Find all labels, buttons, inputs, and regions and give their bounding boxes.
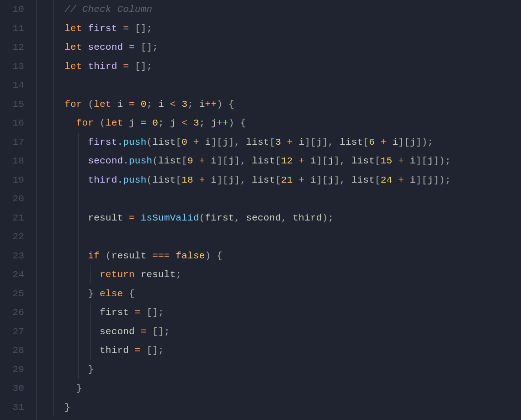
token-punct: } bbox=[76, 383, 82, 394]
indent bbox=[41, 80, 64, 90]
token-op: + bbox=[398, 156, 404, 166]
indent-guide bbox=[78, 265, 79, 284]
token-num: 0 bbox=[141, 99, 147, 110]
token-punct: [ bbox=[363, 137, 369, 147]
code-line[interactable]: second = []; bbox=[41, 322, 451, 341]
code-editor[interactable]: 1011121314151617181920212223242526272829… bbox=[0, 0, 521, 420]
token-num: 0 bbox=[152, 118, 158, 128]
token-punct: [] bbox=[146, 326, 164, 337]
token-identu: list bbox=[252, 175, 275, 185]
token-punct: ) { bbox=[205, 251, 223, 261]
token-identu: result bbox=[112, 251, 147, 261]
token-punct bbox=[392, 175, 398, 185]
token-comment: // Check Column bbox=[64, 4, 152, 15]
code-area[interactable]: // Check Column let first = []; let seco… bbox=[37, 0, 451, 420]
token-punct bbox=[187, 137, 193, 147]
token-punct: [ bbox=[269, 137, 275, 147]
indent-guide bbox=[66, 360, 66, 379]
indent-guide bbox=[53, 57, 54, 76]
token-punct bbox=[293, 175, 299, 185]
indent-guide bbox=[78, 341, 79, 360]
token-punct: ], bbox=[334, 175, 351, 185]
token-identu: j bbox=[328, 156, 334, 166]
code-line[interactable]: let third = []; bbox=[41, 57, 451, 76]
token-keyword: for bbox=[64, 99, 82, 110]
line-number: 22 bbox=[0, 227, 24, 247]
code-line[interactable]: first = []; bbox=[41, 303, 451, 322]
code-line[interactable] bbox=[41, 76, 451, 95]
line-number: 25 bbox=[0, 284, 24, 304]
line-number: 17 bbox=[0, 133, 24, 152]
indent-guide bbox=[78, 133, 79, 152]
indent-guide bbox=[66, 322, 66, 341]
token-identu: j bbox=[223, 137, 229, 147]
token-num: 0 bbox=[181, 137, 187, 147]
token-identu: list bbox=[246, 137, 269, 147]
token-punct bbox=[123, 42, 129, 52]
indent bbox=[41, 364, 88, 375]
token-punct: ) { bbox=[217, 99, 234, 110]
indent-guide bbox=[66, 209, 66, 228]
code-line[interactable]: // Check Column bbox=[41, 0, 451, 19]
code-line[interactable]: let second = []; bbox=[41, 38, 451, 57]
indent-guide bbox=[53, 209, 54, 228]
token-num: 24 bbox=[381, 175, 393, 185]
code-line[interactable]: first.push(list[0 + i][j], list[3 + i][j… bbox=[41, 133, 451, 152]
line-number: 19 bbox=[0, 171, 24, 190]
line-number: 20 bbox=[0, 189, 24, 209]
token-punct: ]); bbox=[433, 156, 451, 166]
token-punct bbox=[170, 251, 176, 261]
indent-guide bbox=[53, 398, 54, 417]
code-line[interactable]: return result; bbox=[41, 265, 451, 284]
indent bbox=[41, 137, 88, 147]
token-punct: ][ bbox=[217, 156, 229, 166]
token-punct: ], bbox=[334, 156, 351, 166]
code-line[interactable]: } bbox=[41, 398, 451, 417]
token-op: = bbox=[141, 118, 147, 128]
token-punct: ], bbox=[234, 175, 252, 185]
indent-guide bbox=[66, 341, 66, 360]
token-identu: j bbox=[328, 175, 334, 185]
token-punct bbox=[304, 175, 310, 185]
token-ident: third bbox=[88, 175, 117, 185]
code-line[interactable] bbox=[41, 189, 451, 209]
code-line[interactable]: if (result === false) { bbox=[41, 247, 451, 266]
token-punct bbox=[146, 118, 152, 128]
line-number: 30 bbox=[0, 379, 24, 398]
token-punct: [] bbox=[141, 345, 158, 356]
token-ident: second bbox=[88, 42, 123, 52]
code-line[interactable]: } bbox=[41, 360, 451, 379]
code-line[interactable]: } bbox=[41, 379, 451, 398]
token-keyword: if bbox=[88, 251, 100, 261]
token-identu: list bbox=[351, 156, 375, 166]
code-line[interactable]: third.push(list[18 + i][j], list[21 + i]… bbox=[41, 171, 451, 190]
indent-guide bbox=[53, 360, 54, 379]
token-punct: [ bbox=[375, 175, 381, 185]
token-punct: ; bbox=[158, 118, 170, 128]
code-line[interactable]: result = isSumValid(first, second, third… bbox=[41, 209, 451, 228]
token-const: false bbox=[175, 251, 205, 261]
code-line[interactable]: for (let j = 0; j < 3; j++) { bbox=[41, 114, 451, 133]
indent bbox=[41, 289, 88, 299]
line-number: 14 bbox=[0, 76, 24, 95]
indent bbox=[41, 251, 88, 261]
token-punct bbox=[193, 175, 199, 185]
token-punct bbox=[176, 118, 182, 128]
token-num: 3 bbox=[181, 99, 187, 110]
token-punct bbox=[205, 175, 211, 185]
code-line[interactable] bbox=[41, 227, 451, 247]
code-line[interactable]: } else { bbox=[41, 284, 451, 304]
token-punct bbox=[117, 61, 123, 72]
code-line[interactable]: third = []; bbox=[41, 341, 451, 360]
code-line[interactable]: second.push(list[9 + i][j], list[12 + i]… bbox=[41, 152, 451, 171]
indent-guide bbox=[53, 76, 54, 95]
token-punct: . bbox=[123, 156, 129, 166]
token-identu: j bbox=[211, 118, 217, 128]
line-number: 23 bbox=[0, 247, 24, 266]
token-identu: result bbox=[88, 213, 123, 223]
token-identu: i bbox=[410, 175, 416, 185]
code-line[interactable]: let first = []; bbox=[41, 19, 451, 38]
code-line[interactable]: for (let i = 0; i < 3; i++) { bbox=[41, 95, 451, 114]
token-identu: list bbox=[158, 156, 181, 166]
token-punct: ], bbox=[234, 156, 252, 166]
